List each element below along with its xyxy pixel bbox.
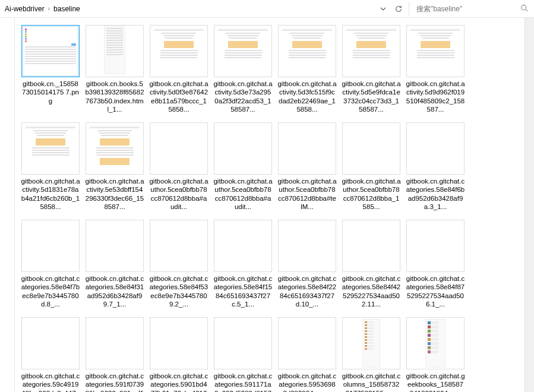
file-name-label[interactable]: gitbook.cn.gitchat.categories.59c491948f…	[21, 372, 80, 392]
file-name-label[interactable]: gitbook.cn.gitchat.geekbooks_15858734130…	[406, 372, 465, 392]
file-thumbnail[interactable]	[406, 317, 465, 369]
file-item[interactable]: gitbook.cn.gitchat.categories.58e84f1584…	[211, 217, 275, 312]
file-name-label[interactable]: gitbook.cn.gitchat.author.5cea0bfbb78cc8…	[149, 177, 208, 211]
file-name-label[interactable]: gitbook.cn.gitchat.categories.58e84f1584…	[213, 274, 273, 309]
file-thumbnail[interactable]	[278, 122, 336, 175]
file-thumbnail[interactable]	[150, 25, 208, 77]
file-thumbnail[interactable]	[278, 220, 336, 272]
file-item[interactable]: gitbook.cn.gitchat.activity.5d0f3e87642e…	[147, 23, 211, 118]
file-thumbnail[interactable]	[214, 25, 272, 77]
breadcrumb-segment[interactable]: Ai-webdriver	[5, 5, 45, 13]
file-name-label[interactable]: gitbook.cn.books.5b398139328f856827673b5…	[85, 80, 144, 114]
file-item[interactable]: gitbook.cn.gitchat.activity.5d3e73a2950a…	[211, 23, 275, 118]
file-item[interactable]: gitbook.cn.gitchat.columns_1585873201775…	[339, 315, 403, 392]
file-name-label[interactable]: gitbook.cn.gitchat.author.5cea0bfbb78cc8…	[213, 177, 273, 211]
file-name-label[interactable]: gitbook.cn.gitchat.categories.591171a3e6…	[213, 372, 273, 392]
file-thumbnail[interactable]	[342, 122, 400, 175]
file-thumbnail[interactable]	[406, 220, 465, 272]
search-icon[interactable]	[520, 4, 528, 14]
breadcrumb-segment[interactable]: baseline	[53, 5, 80, 13]
search-box[interactable]	[413, 2, 532, 16]
search-input[interactable]	[416, 5, 518, 13]
vertical-scrollbar[interactable]	[524, 18, 534, 392]
toolbar-divider	[409, 2, 409, 15]
file-thumbnail[interactable]	[21, 317, 80, 369]
file-item[interactable]: gitbook.cn.gitchat.categories.5901bd477b…	[147, 315, 211, 392]
file-name-label[interactable]: gitbook.cn.gitchat.author.5cea0bfbb78cc8…	[277, 177, 337, 211]
file-item[interactable]: gitbook.cn.gitchat.categories.58e84f2284…	[275, 217, 339, 312]
file-thumbnail[interactable]	[150, 122, 208, 175]
file-item[interactable]: gitbook.cn.gitchat.categories.58e84f6bad…	[403, 120, 467, 215]
svg-point-0	[522, 5, 526, 10]
file-item[interactable]: gitbook.cn.gitchat.activity.5d3fc515f9cd…	[275, 23, 339, 118]
file-thumbnail[interactable]	[86, 25, 144, 77]
file-item[interactable]: gitbook.cn.books.5b398139328f856827673b5…	[83, 23, 147, 118]
file-item[interactable]: gitbook.cn.gitchat.categories.58e84f53ec…	[147, 217, 211, 312]
file-item[interactable]: gitbook.cn.gitchat.categories.58e84f8752…	[403, 217, 467, 312]
file-thumbnail[interactable]	[278, 317, 336, 369]
file-name-label[interactable]: gitbook.cn.gitchat.categories.58e84f6bad…	[406, 177, 465, 211]
file-name-label[interactable]: gitbook.cn.gitchat.categories.58e84f4252…	[342, 274, 401, 309]
file-thumbnail[interactable]	[21, 220, 80, 272]
file-name-label[interactable]: gitbook.cn.gitchat.activity.5d5e9fdca1e3…	[342, 80, 401, 114]
file-item[interactable]: gitbook.cn.gitchat.geekbooks_15858734130…	[403, 315, 467, 392]
navigation-pane[interactable]	[0, 18, 15, 392]
svg-line-1	[526, 9, 527, 11]
file-thumbnail[interactable]	[21, 122, 80, 175]
file-name-label[interactable]: gitbook.cn.gitchat.categories.5901bd477b…	[149, 372, 208, 392]
file-thumbnail[interactable]	[86, 220, 144, 272]
file-thumbnail[interactable]	[342, 25, 400, 77]
file-item[interactable]: gitbook.cn.gitchat.categories.59c491948f…	[18, 315, 83, 392]
file-name-label[interactable]: gitbook.cn.gitchat.columns_1585873201775…	[342, 372, 401, 392]
file-thumbnail[interactable]	[21, 25, 80, 77]
file-thumbnail[interactable]	[86, 122, 144, 175]
file-name-label[interactable]: gitbook.cn.gitchat.categories.58e84f8752…	[406, 274, 465, 309]
file-list[interactable]: gitbook.cn._1585873015014175 7.pnggitboo…	[15, 18, 524, 392]
file-thumbnail[interactable]	[342, 317, 400, 369]
file-thumbnail[interactable]	[342, 220, 400, 272]
file-name-label[interactable]: gitbook.cn.gitchat.categories.58e84f7bec…	[21, 274, 80, 309]
file-name-label[interactable]: gitbook.cn.gitchat.activity.5d9d962f0195…	[406, 80, 465, 114]
file-name-label[interactable]: gitbook.cn.gitchat.categories.591f073981…	[85, 372, 144, 392]
file-item[interactable]: gitbook.cn.gitchat.categories.58e84f31ad…	[83, 217, 147, 312]
file-thumbnail[interactable]	[406, 122, 465, 175]
file-item[interactable]: gitbook.cn.gitchat.activity.5d5e9fdca1e3…	[339, 23, 403, 118]
file-item[interactable]: gitbook.cn.gitchat.author.5cea0bfbb78cc8…	[339, 120, 403, 215]
file-item[interactable]: gitbook.cn.gitchat.categories.58e84f4252…	[339, 217, 403, 312]
file-name-label[interactable]: gitbook.cn.gitchat.activity.5e53dbff1542…	[85, 177, 144, 211]
file-item[interactable]: gitbook.cn.gitchat.author.5cea0bfbb78cc8…	[147, 120, 211, 215]
file-thumbnail[interactable]	[406, 25, 465, 77]
file-item[interactable]: gitbook.cn.gitchat.author.5cea0bfbb78cc8…	[275, 120, 339, 215]
file-name-label[interactable]: gitbook.cn.gitchat.author.5cea0bfbb78cc8…	[342, 177, 401, 211]
file-name-label[interactable]: gitbook.cn.gitchat.activity.5d1831e78ab4…	[21, 177, 80, 211]
file-name-label[interactable]: gitbook.cn.gitchat.activity.5d3fc515f9cd…	[277, 80, 337, 114]
file-item[interactable]: gitbook.cn.gitchat.categories.591171a3e6…	[211, 315, 275, 392]
file-thumbnail[interactable]	[214, 122, 272, 175]
refresh-button[interactable]	[392, 2, 405, 15]
address-toolbar: Ai-webdriver › baseline	[0, 0, 534, 18]
file-thumbnail[interactable]	[150, 220, 208, 272]
file-item[interactable]: gitbook.cn.gitchat.author.5cea0bfbb78cc8…	[211, 120, 275, 215]
file-name-label[interactable]: gitbook.cn._1585873015014175 7.png	[21, 80, 80, 105]
file-item[interactable]: gitbook.cn.gitchat.activity.5d1831e78ab4…	[18, 120, 83, 215]
file-name-label[interactable]: gitbook.cn.gitchat.activity.5d0f3e87642e…	[149, 80, 208, 114]
file-item[interactable]: gitbook.cn._1585873015014175 7.png	[18, 23, 83, 118]
file-thumbnail[interactable]	[86, 317, 144, 369]
breadcrumb[interactable]: Ai-webdriver › baseline	[2, 5, 374, 13]
file-name-label[interactable]: gitbook.cn.gitchat.categories.58e84f31ad…	[85, 274, 144, 309]
file-thumbnail[interactable]	[278, 25, 336, 77]
chevron-right-icon: ›	[48, 5, 50, 12]
file-name-label[interactable]: gitbook.cn.gitchat.activity.5d3e73a2950a…	[213, 80, 273, 114]
file-thumbnail[interactable]	[150, 317, 208, 369]
file-item[interactable]: gitbook.cn.gitchat.categories.5953698a3d…	[275, 315, 339, 392]
file-name-label[interactable]: gitbook.cn.gitchat.categories.5953698a3d…	[277, 372, 337, 392]
file-thumbnail[interactable]	[214, 220, 272, 272]
file-item[interactable]: gitbook.cn.gitchat.activity.5e53dbff1542…	[83, 120, 147, 215]
file-name-label[interactable]: gitbook.cn.gitchat.categories.58e84f53ec…	[149, 274, 208, 309]
file-item[interactable]: gitbook.cn.gitchat.activity.5d9d962f0195…	[403, 23, 467, 118]
file-item[interactable]: gitbook.cn.gitchat.categories.58e84f7bec…	[18, 217, 83, 312]
file-item[interactable]: gitbook.cn.gitchat.categories.591f073981…	[83, 315, 147, 392]
history-dropdown-button[interactable]	[377, 2, 390, 15]
file-thumbnail[interactable]	[214, 317, 272, 369]
file-name-label[interactable]: gitbook.cn.gitchat.categories.58e84f2284…	[277, 274, 337, 309]
